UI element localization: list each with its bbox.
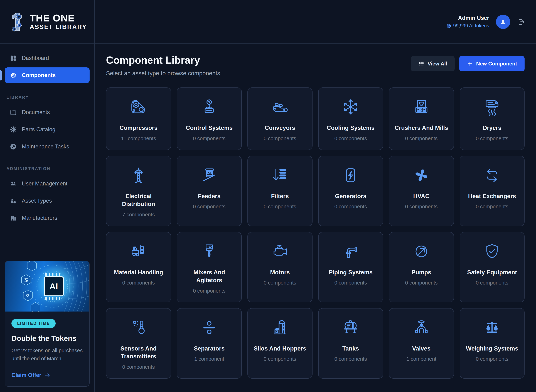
promo-badge: LIMITED TIME bbox=[11, 319, 55, 328]
category-card[interactable]: Tanks 0 components bbox=[318, 308, 383, 378]
category-card-count: 0 components bbox=[405, 280, 438, 286]
category-card[interactable]: Pumps 0 components bbox=[389, 232, 454, 302]
category-card[interactable]: Filters 0 components bbox=[247, 156, 313, 226]
sidebar-item-maintenance-tasks[interactable]: Maintenance Tasks bbox=[5, 139, 90, 154]
forklift-icon bbox=[130, 242, 148, 261]
category-card[interactable]: Cooling Systems 0 components bbox=[318, 88, 383, 150]
shapes-icon bbox=[10, 197, 17, 204]
category-card[interactable]: Generators 0 components bbox=[318, 156, 383, 226]
view-all-button[interactable]: View All bbox=[411, 56, 455, 71]
claim-offer-link[interactable]: Claim Offer bbox=[11, 372, 83, 378]
sidebar-item-manufacturers[interactable]: Manufacturers bbox=[5, 210, 90, 226]
category-card-count: 0 components bbox=[264, 280, 296, 286]
category-card[interactable]: Feeders 0 components bbox=[177, 156, 242, 226]
category-card-title: Feeders bbox=[198, 192, 221, 200]
category-card-count: 0 components bbox=[193, 288, 226, 294]
app-root: THE ONE ASSET LIBRARY Admin User 99,999 … bbox=[0, 0, 536, 392]
category-card-count: 0 components bbox=[334, 280, 367, 286]
sidebar-item-parts-catalog[interactable]: Parts Catalog bbox=[5, 121, 90, 137]
new-component-button[interactable]: New Component bbox=[459, 56, 525, 71]
promo-image: AI bbox=[5, 261, 89, 312]
category-card-title: Heat Exchangers bbox=[468, 192, 516, 200]
category-card[interactable]: Safety Equipment 0 components bbox=[460, 232, 525, 302]
arrow-right-icon bbox=[44, 372, 51, 378]
exchange-arrows-icon bbox=[483, 166, 501, 185]
scale-icon bbox=[483, 318, 501, 337]
category-card-count: 0 components bbox=[264, 204, 296, 210]
chip-icon bbox=[10, 72, 17, 79]
sidebar-item-components[interactable]: Components bbox=[5, 67, 90, 83]
category-card[interactable]: Weighing Systems 0 components bbox=[460, 308, 525, 378]
category-card[interactable]: Crushers And Mills 0 components bbox=[389, 88, 454, 150]
list-icon bbox=[418, 61, 425, 67]
sidebar-item-label: Components bbox=[22, 72, 55, 79]
sidebar-item-dashboard[interactable]: Dashboard bbox=[5, 50, 90, 66]
category-card[interactable]: Valves 1 component bbox=[389, 308, 454, 378]
category-card-count: 0 components bbox=[264, 356, 296, 362]
promo-title: Double the Tokens bbox=[11, 334, 83, 343]
tank-icon bbox=[342, 318, 360, 337]
compressor-icon bbox=[130, 98, 148, 117]
category-card[interactable]: Silos And Hoppers 0 components bbox=[247, 308, 313, 378]
sidebar-item-user-management[interactable]: User Management bbox=[5, 176, 90, 191]
engine-icon bbox=[271, 242, 289, 261]
plus-icon bbox=[467, 61, 473, 67]
promo-card: AI LIMITED TIME Double the Tokens Get 2x… bbox=[5, 261, 90, 387]
category-card-count: 0 components bbox=[476, 356, 508, 362]
user-avatar[interactable] bbox=[496, 15, 510, 29]
category-card[interactable]: Piping Systems 0 components bbox=[318, 232, 383, 302]
token-balance: 99,999 AI tokens bbox=[446, 23, 489, 29]
topbar: Admin User 99,999 AI tokens bbox=[95, 0, 536, 44]
category-card[interactable]: HVAC 0 components bbox=[389, 156, 454, 226]
active-nav-indicator bbox=[0, 70, 2, 80]
category-card-title: Safety Equipment bbox=[467, 268, 517, 276]
category-card[interactable]: Mixers And Agitators 0 components bbox=[177, 232, 242, 302]
logo-one-mark bbox=[8, 11, 25, 32]
category-card[interactable]: Dryers 0 components bbox=[460, 88, 525, 150]
sidebar-item-label: Documents bbox=[22, 109, 50, 116]
category-card-title: Separators bbox=[194, 345, 225, 353]
category-card-count: 7 components bbox=[122, 212, 155, 218]
category-card-title: Silos And Hoppers bbox=[254, 345, 306, 353]
category-card-count: 0 components bbox=[122, 364, 155, 370]
category-card-title: Conveyors bbox=[265, 124, 295, 132]
category-card-title: Control Systems bbox=[186, 124, 233, 132]
crusher-icon bbox=[412, 98, 430, 117]
category-card-title: Material Handling bbox=[114, 268, 163, 276]
category-card[interactable]: Motors 0 components bbox=[247, 232, 313, 302]
category-card-title: Motors bbox=[270, 268, 290, 276]
mixer-icon bbox=[200, 242, 218, 261]
logout-button[interactable] bbox=[517, 18, 526, 26]
sidebar-item-asset-types[interactable]: Asset Types bbox=[5, 193, 90, 209]
category-card-title: Tanks bbox=[342, 345, 359, 353]
category-card[interactable]: Heat Exchangers 0 components bbox=[460, 156, 525, 226]
category-card[interactable]: Material Handling 0 components bbox=[106, 232, 171, 302]
category-card[interactable]: Electrical Distribution 7 components bbox=[106, 156, 171, 226]
feeder-icon bbox=[200, 166, 218, 185]
category-card[interactable]: Sensors And Transmitters 0 components bbox=[106, 308, 171, 378]
sidebar-item-label: Dashboard bbox=[22, 55, 49, 61]
claim-offer-label: Claim Offer bbox=[11, 372, 41, 378]
pylon-icon bbox=[130, 166, 148, 185]
sidebar-item-label: Maintenance Tasks bbox=[22, 143, 69, 150]
category-card[interactable]: Control Systems 0 components bbox=[177, 88, 242, 150]
promo-description: Get 2x tokens on all purchases until the… bbox=[11, 347, 83, 363]
category-card[interactable]: Compressors 11 components bbox=[106, 88, 171, 150]
category-card-count: 0 components bbox=[334, 204, 367, 210]
sidebar-item-documents[interactable]: Documents bbox=[5, 104, 90, 120]
category-card-title: HVAC bbox=[413, 192, 430, 200]
joystick-icon bbox=[200, 98, 218, 117]
dryer-icon bbox=[483, 98, 501, 117]
category-card-count: 0 components bbox=[334, 356, 367, 362]
category-card-title: Sensors And Transmitters bbox=[112, 345, 165, 360]
token-balance-label: 99,999 AI tokens bbox=[453, 23, 489, 29]
sidebar-section-library: LIBRARY bbox=[6, 95, 90, 100]
category-card-title: Dryers bbox=[483, 124, 502, 132]
category-card-title: Valves bbox=[412, 345, 430, 353]
category-card[interactable]: Conveyors 0 components bbox=[247, 88, 313, 150]
silo-icon bbox=[271, 318, 289, 337]
category-card-title: Electrical Distribution bbox=[112, 192, 165, 208]
thermometer-icon bbox=[130, 318, 148, 337]
category-card[interactable]: Separators 1 component bbox=[177, 308, 242, 378]
page-title: Component Library bbox=[106, 54, 220, 66]
